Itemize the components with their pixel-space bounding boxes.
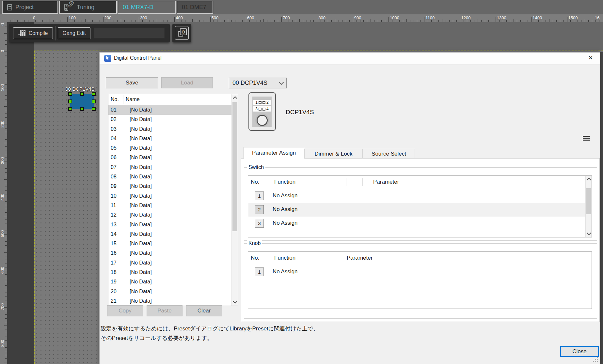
save-button[interactable]: Save — [106, 77, 158, 88]
assign-row[interactable]: 3No Assign — [248, 217, 585, 230]
list-row[interactable]: 10[No Data] — [108, 191, 231, 201]
list-row-name: [No Data] — [130, 212, 152, 218]
list-row[interactable]: 08[No Data] — [108, 172, 231, 182]
list-row[interactable]: 07[No Data] — [108, 163, 231, 172]
selection-handle[interactable] — [92, 92, 96, 96]
list-row[interactable]: 19[No Data] — [108, 277, 231, 287]
gang-edit-button[interactable]: Gang Edit — [58, 27, 90, 39]
scrollbar-thumb[interactable] — [586, 188, 591, 214]
ruler-tick — [595, 20, 596, 22]
dialog-title-bar[interactable]: Digital Control Panel × — [100, 53, 600, 65]
toolbar-text-field[interactable] — [94, 28, 165, 38]
compile-button[interactable]: → Compile — [13, 27, 53, 39]
close-button[interactable]: Close — [560, 346, 599, 357]
column-name[interactable]: Name — [126, 97, 140, 102]
library-list-scrollbar[interactable] — [231, 94, 238, 306]
selection-handle[interactable] — [68, 107, 72, 111]
list-row-no: 07 — [111, 164, 117, 170]
list-row[interactable]: 15[No Data] — [108, 239, 231, 249]
ruler-tick — [331, 20, 332, 22]
selection-handle[interactable] — [92, 107, 96, 111]
column-no[interactable]: No. — [111, 97, 119, 102]
list-row[interactable]: 05[No Data] — [108, 144, 231, 153]
scroll-up-icon[interactable] — [587, 178, 591, 182]
column-function[interactable]: Function — [274, 179, 295, 185]
assign-row[interactable]: 1No Assign — [248, 265, 591, 279]
ruler-tick — [503, 20, 503, 22]
scroll-down-icon[interactable] — [233, 299, 237, 304]
list-row[interactable]: 04[No Data] — [108, 134, 231, 144]
column-function[interactable]: Function — [274, 255, 295, 261]
list-row[interactable]: 11[No Data] — [108, 201, 231, 210]
paste-button[interactable]: Paste — [147, 305, 182, 316]
device-select-dropdown[interactable]: 00 DCP1V4S — [229, 78, 287, 88]
selection-handle[interactable] — [80, 107, 84, 111]
scrollbar-thumb[interactable] — [232, 102, 237, 231]
tab-source-select[interactable]: Source Select — [363, 149, 415, 159]
ruler-tick — [592, 20, 592, 22]
column-no[interactable]: No. — [251, 179, 259, 185]
list-row[interactable]: 02[No Data] — [108, 115, 231, 124]
ruler-tick — [4, 216, 7, 216]
selection-handle[interactable] — [68, 99, 72, 103]
ruler-label: 100 — [69, 15, 76, 20]
list-row[interactable]: 14[No Data] — [108, 230, 231, 239]
list-row[interactable]: 06[No Data] — [108, 153, 231, 162]
list-row[interactable]: 03[No Data] — [108, 125, 231, 134]
tab-dme7[interactable]: 01 DME7 — [177, 1, 213, 14]
assign-number-button[interactable]: 1 — [255, 267, 264, 276]
parts-library-button[interactable]: ⚙ — [175, 26, 189, 40]
load-button[interactable]: Load — [161, 77, 213, 88]
assign-number-button[interactable]: 2 — [255, 205, 264, 214]
clear-button[interactable]: Clear — [186, 305, 222, 316]
list-row[interactable]: 12[No Data] — [108, 210, 231, 220]
list-row[interactable]: 18[No Data] — [108, 268, 231, 277]
assign-row[interactable]: 1No Assign — [248, 189, 585, 203]
preset-note-line1: 設定を有効にするためには、PresetダイアログにてLibraryをPreset… — [101, 324, 319, 333]
column-no[interactable]: No. — [251, 255, 259, 261]
ruler-tick — [414, 20, 414, 22]
list-row[interactable]: 01[No Data] — [108, 105, 231, 115]
list-row[interactable]: 13[No Data] — [108, 220, 231, 230]
ruler-tick — [546, 20, 546, 22]
list-row[interactable]: 20[No Data] — [108, 287, 231, 296]
menu-icon[interactable] — [583, 136, 590, 141]
scroll-down-icon[interactable] — [587, 231, 591, 235]
selection-handle[interactable] — [80, 92, 84, 96]
resize-grip[interactable] — [592, 356, 599, 363]
list-row-no: 10 — [111, 193, 117, 199]
selection-handle[interactable] — [68, 92, 72, 96]
list-row[interactable]: 09[No Data] — [108, 182, 231, 191]
scroll-up-icon[interactable] — [233, 96, 237, 101]
ruler-tick — [42, 20, 43, 22]
list-row-no: 20 — [111, 289, 117, 295]
switch-table-scrollbar[interactable] — [585, 176, 592, 237]
tab-tuning[interactable]: ⚙ ⚙ Tuning — [59, 1, 117, 14]
ruler-tick — [135, 20, 135, 22]
tab-dimmer-lock[interactable]: Dimmer & Lock — [304, 149, 363, 159]
assign-row[interactable]: 2No Assign — [248, 203, 585, 217]
assign-number-button[interactable]: 3 — [255, 219, 264, 228]
list-row[interactable]: 21[No Data] — [108, 296, 231, 306]
list-row[interactable]: 16[No Data] — [108, 249, 231, 258]
tab-parameter-assign[interactable]: Parameter Assign — [244, 147, 304, 159]
ruler-tick — [296, 20, 296, 22]
copy-button[interactable]: Copy — [107, 305, 143, 316]
column-parameter[interactable]: Parameter — [347, 255, 373, 261]
ruler-tick — [146, 20, 146, 22]
close-icon[interactable]: × — [586, 53, 595, 62]
ruler-tick — [4, 326, 7, 326]
selection-handle[interactable] — [92, 99, 96, 103]
tab-project[interactable]: Project — [2, 1, 58, 14]
list-row-no: 08 — [111, 174, 117, 180]
assign-function-value: No Assign — [273, 192, 298, 199]
list-row[interactable]: 17[No Data] — [108, 258, 231, 268]
ruler-tick — [82, 20, 82, 22]
column-parameter[interactable]: Parameter — [373, 179, 399, 185]
ruler-tick — [96, 20, 96, 22]
list-row-no: 03 — [111, 126, 117, 132]
assign-number-button[interactable]: 1 — [255, 191, 264, 200]
tab-mrx7d-active[interactable]: 01 MRX7-D — [118, 1, 176, 14]
canvas-device-dcp1v4s[interactable]: 00 DCP1V4S — [61, 86, 99, 113]
ruler-tick — [171, 20, 171, 22]
